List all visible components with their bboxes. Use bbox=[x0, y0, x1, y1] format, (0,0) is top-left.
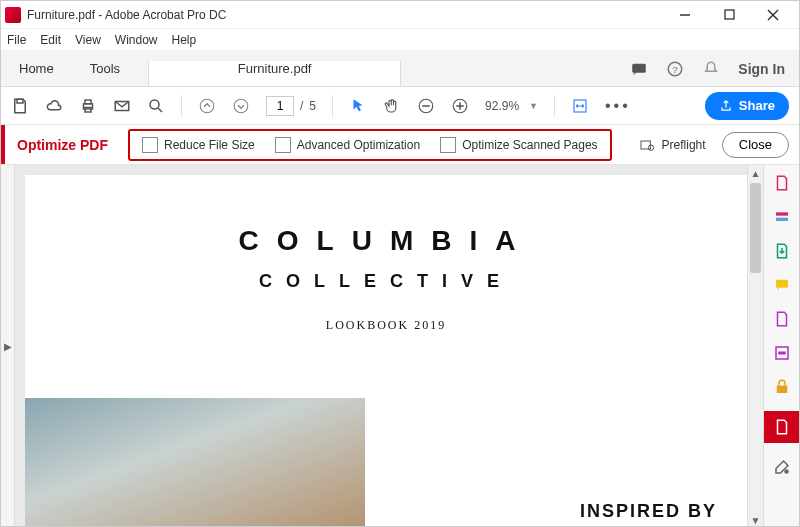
svg-rect-29 bbox=[776, 386, 787, 394]
svg-text:?: ? bbox=[673, 63, 679, 74]
optimize-accent bbox=[1, 125, 5, 164]
pointer-icon[interactable] bbox=[349, 97, 367, 115]
optimize-pdf-label: Optimize PDF bbox=[17, 137, 108, 153]
svg-point-15 bbox=[234, 99, 248, 113]
svg-rect-4 bbox=[633, 63, 647, 72]
optimize-tool-icon[interactable] bbox=[764, 411, 800, 443]
menu-view[interactable]: View bbox=[75, 33, 101, 47]
hand-icon[interactable] bbox=[383, 97, 401, 115]
tab-tools[interactable]: Tools bbox=[72, 51, 138, 86]
svg-point-14 bbox=[200, 99, 214, 113]
page-current-input[interactable] bbox=[266, 96, 294, 116]
app-icon bbox=[5, 7, 21, 23]
export-pdf-icon[interactable] bbox=[772, 241, 792, 261]
menu-edit[interactable]: Edit bbox=[40, 33, 61, 47]
cloud-icon[interactable] bbox=[45, 97, 63, 115]
organize-icon[interactable] bbox=[772, 309, 792, 329]
print-icon[interactable] bbox=[79, 97, 97, 115]
tab-home[interactable]: Home bbox=[1, 51, 72, 86]
help-icon[interactable]: ? bbox=[666, 60, 684, 78]
doc-heading: COLUMBIA bbox=[239, 225, 534, 257]
document-page[interactable]: COLUMBIA COLLECTIVE LOOKBOOK 2019 INSPIR… bbox=[25, 175, 747, 527]
menu-help[interactable]: Help bbox=[172, 33, 197, 47]
optimize-bar: Optimize PDF Reduce File Size Advanced O… bbox=[1, 125, 799, 165]
advanced-optimization-button[interactable]: Advanced Optimization bbox=[267, 133, 428, 157]
page-total: 5 bbox=[309, 99, 316, 113]
svg-rect-25 bbox=[776, 218, 788, 221]
tabs-row: Home Tools Furniture.pdf × ? Sign In bbox=[1, 51, 799, 87]
svg-rect-28 bbox=[778, 352, 786, 355]
share-icon bbox=[719, 99, 733, 113]
doc-subheading: COLLECTIVE bbox=[259, 271, 513, 292]
scroll-thumb[interactable] bbox=[750, 183, 761, 273]
svg-point-23 bbox=[648, 145, 653, 150]
svg-point-12 bbox=[150, 100, 159, 109]
scroll-down-icon[interactable]: ▼ bbox=[748, 512, 763, 527]
optimize-scanned-button[interactable]: Optimize Scanned Pages bbox=[432, 133, 605, 157]
chevron-down-icon: ▼ bbox=[529, 101, 538, 111]
combine-icon[interactable] bbox=[772, 207, 792, 227]
scanned-icon bbox=[440, 137, 456, 153]
preflight-button[interactable]: Preflight bbox=[638, 137, 706, 153]
doc-photo bbox=[25, 398, 365, 527]
search-icon[interactable] bbox=[147, 97, 165, 115]
title-bar: Furniture.pdf - Adobe Acrobat Pro DC bbox=[1, 1, 799, 29]
redact-icon[interactable] bbox=[772, 343, 792, 363]
svg-point-30 bbox=[784, 469, 789, 474]
svg-rect-26 bbox=[776, 280, 788, 288]
zoom-in-icon[interactable] bbox=[451, 97, 469, 115]
work-area: ▶ COLUMBIA COLLECTIVE LOOKBOOK 2019 INSP… bbox=[1, 165, 799, 527]
more-tools-icon[interactable] bbox=[772, 457, 792, 477]
menu-file[interactable]: File bbox=[7, 33, 26, 47]
tab-document-label: Furniture.pdf bbox=[238, 61, 312, 76]
sign-in-link[interactable]: Sign In bbox=[738, 61, 785, 77]
page-sep: / bbox=[300, 99, 303, 113]
reduce-file-size-button[interactable]: Reduce File Size bbox=[134, 133, 263, 157]
scroll-up-icon[interactable]: ▲ bbox=[748, 165, 763, 181]
svg-rect-22 bbox=[641, 141, 650, 149]
doc-inspired-text: INSPIRED BY bbox=[580, 501, 717, 522]
svg-rect-1 bbox=[725, 10, 734, 19]
minimize-button[interactable] bbox=[663, 2, 707, 28]
share-label: Share bbox=[739, 98, 775, 113]
tab-close-icon[interactable]: × bbox=[271, 84, 279, 86]
main-toolbar: / 5 92.9% ▼ ••• Share bbox=[1, 87, 799, 125]
svg-rect-9 bbox=[85, 100, 91, 104]
mail-icon[interactable] bbox=[113, 97, 131, 115]
preflight-icon bbox=[638, 137, 656, 153]
right-tools-panel bbox=[763, 165, 799, 527]
menu-window[interactable]: Window bbox=[115, 33, 158, 47]
optimize-options-group: Reduce File Size Advanced Optimization O… bbox=[128, 129, 612, 161]
save-icon[interactable] bbox=[11, 97, 29, 115]
page-up-icon[interactable] bbox=[198, 97, 216, 115]
zoom-value: 92.9% bbox=[485, 99, 519, 113]
page-indicator: / 5 bbox=[266, 96, 316, 116]
doc-subtitle: LOOKBOOK 2019 bbox=[326, 318, 446, 333]
left-panel-toggle[interactable]: ▶ bbox=[1, 165, 15, 527]
close-window-button[interactable] bbox=[751, 2, 795, 28]
svg-line-13 bbox=[158, 108, 162, 112]
share-button[interactable]: Share bbox=[705, 92, 789, 120]
fit-width-icon[interactable] bbox=[571, 97, 589, 115]
comment-icon[interactable] bbox=[772, 275, 792, 295]
close-optimize-button[interactable]: Close bbox=[722, 132, 789, 158]
svg-rect-24 bbox=[776, 212, 788, 215]
vertical-scrollbar[interactable]: ▲ ▼ bbox=[747, 165, 763, 527]
reduce-icon bbox=[142, 137, 158, 153]
protect-icon[interactable] bbox=[772, 377, 792, 397]
menu-bar: File Edit View Window Help bbox=[1, 29, 799, 51]
window-title: Furniture.pdf - Adobe Acrobat Pro DC bbox=[27, 8, 663, 22]
more-icon[interactable]: ••• bbox=[605, 97, 631, 115]
chat-icon[interactable] bbox=[630, 60, 648, 78]
zoom-select[interactable]: 92.9% ▼ bbox=[485, 99, 538, 113]
tab-document[interactable]: Furniture.pdf × bbox=[148, 61, 401, 86]
svg-rect-7 bbox=[17, 99, 23, 103]
chevron-right-icon: ▶ bbox=[4, 341, 12, 352]
create-pdf-icon[interactable] bbox=[772, 173, 792, 193]
maximize-button[interactable] bbox=[707, 2, 751, 28]
page-down-icon[interactable] bbox=[232, 97, 250, 115]
bell-icon[interactable] bbox=[702, 60, 720, 78]
advanced-icon bbox=[275, 137, 291, 153]
zoom-out-icon[interactable] bbox=[417, 97, 435, 115]
